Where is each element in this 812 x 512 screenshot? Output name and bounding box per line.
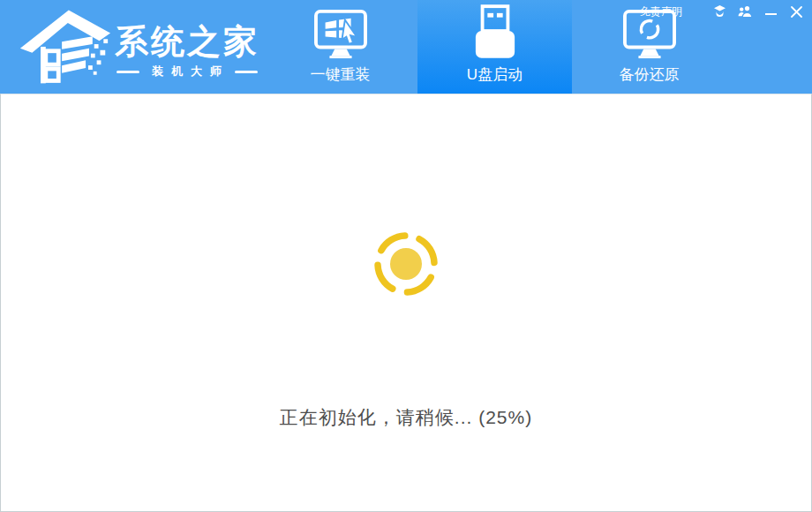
minimize-icon (765, 6, 777, 18)
tab-one-click-reinstall[interactable]: 一键重装 (263, 0, 417, 94)
tab-usb-boot[interactable]: U盘启动 (417, 0, 572, 94)
disclaimer-link[interactable]: 免责声明 (640, 4, 682, 19)
app-window: 系统之家 装机大师 (0, 0, 812, 512)
logo-text: 系统之家 装机大师 (115, 11, 259, 79)
close-icon (791, 6, 802, 18)
support-button[interactable] (711, 4, 727, 19)
loading-spinner-icon (369, 227, 443, 301)
app-subtitle: 装机大师 (152, 64, 229, 79)
tab-label: 备份还原 (620, 64, 680, 85)
status-text: 正在初始化，请稍候... (25%) (1, 405, 811, 430)
tab-label: U盘启动 (467, 64, 523, 85)
app-title: 系统之家 (115, 21, 259, 62)
close-button[interactable] (788, 4, 804, 19)
subtitle-left-dash (117, 71, 139, 73)
support-icon (713, 5, 726, 18)
app-logo: 系统之家 装机大师 (18, 4, 259, 87)
titlebar-controls: 免责声明 (640, 4, 804, 19)
monitor-windows-icon (313, 2, 368, 60)
minimize-button[interactable] (763, 4, 778, 19)
header: 系统之家 装机大师 (0, 0, 812, 94)
users-button[interactable] (737, 4, 753, 19)
main-content: 正在初始化，请稍候... (25%) (0, 94, 812, 512)
house-logo-icon (18, 4, 111, 87)
users-icon (738, 5, 752, 18)
usb-drive-icon (473, 2, 517, 60)
app-subtitle-row: 装机大师 (115, 64, 259, 79)
tab-label: 一键重装 (311, 64, 371, 85)
subtitle-right-dash (235, 71, 258, 73)
